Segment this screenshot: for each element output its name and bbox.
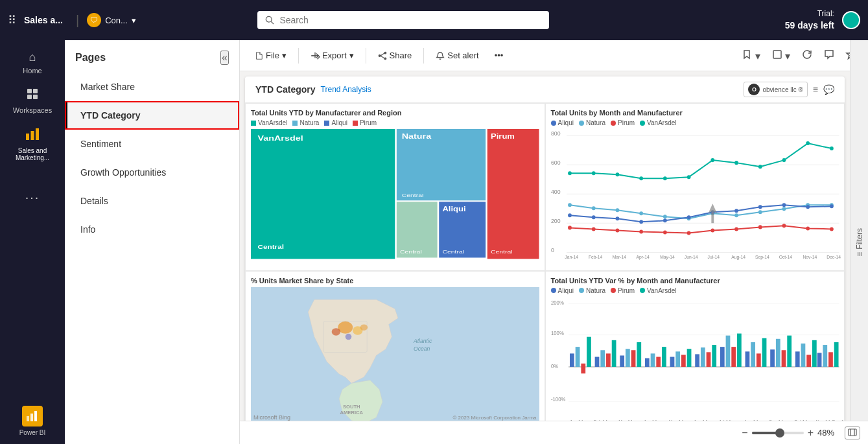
report-body: Total Units YTD by Manufacturer and Regi… <box>245 103 845 438</box>
brand-logo: O <box>748 84 760 95</box>
zoom-plus-button[interactable]: + <box>808 427 814 439</box>
svg-point-14 <box>384 58 386 60</box>
page-item-details[interactable]: Details <box>65 187 239 215</box>
svg-point-13 <box>384 52 386 54</box>
svg-rect-134 <box>631 350 635 367</box>
sidebar-item-more[interactable]: ... <box>0 182 65 207</box>
report-filter-button[interactable]: ≡ <box>813 84 818 95</box>
collapse-pages-button[interactable]: « <box>220 51 229 65</box>
export-chevron-icon: ▾ <box>349 51 354 60</box>
svg-line-16 <box>380 53 384 56</box>
view-button[interactable]: ▾ <box>768 47 794 65</box>
svg-point-57 <box>591 206 595 210</box>
zoom-minus-button[interactable]: − <box>742 427 747 439</box>
page-item-growth-opportunities[interactable]: Growth Opportunities <box>65 158 239 187</box>
bar-chart-title: Total Units YTD Var % by Month and Manuf… <box>551 277 839 285</box>
comment-button[interactable] <box>820 47 838 65</box>
zoom-slider[interactable] <box>752 432 804 434</box>
page-item-info[interactable]: Info <box>65 215 239 244</box>
svg-rect-163 <box>812 340 816 366</box>
svg-point-53 <box>782 158 786 162</box>
line-chart-viz[interactable]: 800 600 400 200 0 <box>551 129 839 259</box>
powerbi-label: Power BI <box>19 429 46 436</box>
svg-point-45 <box>591 171 595 175</box>
topbar-divider: | <box>76 13 79 28</box>
svg-text:Central: Central <box>257 244 284 250</box>
zoom-slider-thumb[interactable] <box>775 428 784 438</box>
page-item-sentiment[interactable]: Sentiment <box>65 130 239 158</box>
svg-point-75 <box>734 209 738 213</box>
svg-text:Nov-14: Nov-14 <box>803 255 817 259</box>
svg-text:Ocean: Ocean <box>414 345 430 351</box>
report-chat-button[interactable]: 💬 <box>823 84 834 95</box>
fit-page-button[interactable] <box>845 426 860 439</box>
refresh-button[interactable] <box>798 47 816 65</box>
chevron-down-icon: ▾ <box>132 16 136 25</box>
svg-rect-138 <box>656 356 661 366</box>
svg-rect-136 <box>644 358 649 366</box>
share-button[interactable]: Share <box>371 47 419 64</box>
svg-point-49 <box>686 175 690 179</box>
svg-rect-126 <box>581 363 585 373</box>
svg-rect-137 <box>650 353 655 367</box>
svg-point-44 <box>568 171 572 175</box>
legend-pirum: Pirum <box>353 119 377 126</box>
user-avatar[interactable] <box>842 11 860 29</box>
svg-text:-100%: -100% <box>551 397 565 403</box>
fit-page-icon <box>848 428 857 436</box>
context-switcher[interactable]: 🛡 Con... ▾ <box>87 13 136 27</box>
filters-label[interactable]: ≡ Filters <box>855 228 864 257</box>
sidebar-item-label: Home <box>23 67 41 75</box>
svg-rect-151 <box>736 333 741 366</box>
export-button[interactable]: Export ▾ <box>304 47 360 64</box>
trial-badge: Trial: 59 days left <box>785 9 834 31</box>
topbar: ⠿ Sales a... | 🛡 Con... ▾ Trial: 59 days… <box>0 0 868 40</box>
filters-panel[interactable]: ≡ Filters <box>850 40 868 444</box>
search-input[interactable] <box>279 15 541 25</box>
svg-text:0: 0 <box>551 247 554 253</box>
svg-text:Central: Central <box>491 250 513 255</box>
line-chart-legend: Aliqui Natura Pirum VanArsdel <box>551 119 839 126</box>
svg-point-47 <box>639 176 643 180</box>
lc-legend-aliqui: Aliqui <box>551 119 574 126</box>
svg-point-59 <box>639 211 643 215</box>
set-alert-button[interactable]: Set alert <box>429 47 485 64</box>
page-item-ytd-category[interactable]: YTD Category <box>65 101 239 130</box>
refresh-icon <box>802 49 812 60</box>
toolbar-divider-2 <box>366 48 366 64</box>
svg-rect-146 <box>706 352 710 367</box>
svg-rect-133 <box>625 349 629 367</box>
report-canvas: YTD Category Trend Analysis O obvience l… <box>245 76 845 439</box>
toolbar-divider-1 <box>298 48 299 64</box>
svg-point-80 <box>568 226 572 229</box>
svg-text:Pirum: Pirum <box>491 133 515 140</box>
powerbi-branding: Power BI <box>0 398 65 444</box>
svg-text:AMERICA: AMERICA <box>340 410 363 415</box>
bookmark-button[interactable]: ▾ <box>738 47 764 65</box>
file-button[interactable]: File ▾ <box>248 47 293 64</box>
svg-point-52 <box>758 165 762 169</box>
page-item-market-share[interactable]: Market Share <box>65 73 239 101</box>
svg-text:Dec-14: Dec-14 <box>827 255 841 259</box>
sidebar-item-sales[interactable]: Sales andMarketing... <box>0 122 65 167</box>
map-panel: % Units Market Share by State <box>245 271 545 439</box>
line-chart-title: Total Units by Month and Manufacturer <box>551 109 839 117</box>
sidebar-item-home[interactable]: ⌂ Home <box>0 45 65 80</box>
svg-text:Central: Central <box>402 193 424 198</box>
map-viz[interactable]: Atlantic Ocean SOUTH AMERICA Microsoft B… <box>251 287 539 424</box>
svg-text:Feb-14: Feb-14 <box>588 255 602 259</box>
map-credit: Microsoft Bing <box>253 414 290 421</box>
svg-point-110 <box>346 333 352 340</box>
treemap-viz[interactable]: Central VanArsdel Natura Central Aliqui … <box>251 129 539 259</box>
report-header-right: O obvience llc ® ≡ 💬 <box>744 82 834 97</box>
more-options-button[interactable]: ••• <box>488 47 510 64</box>
bar-chart-viz[interactable]: 200% 100% 0% -100% <box>551 297 839 427</box>
bar-chart-panel: Total Units YTD Var % by Month and Manuf… <box>545 271 845 439</box>
view-icon <box>772 49 782 60</box>
svg-text:May-14: May-14 <box>660 255 675 260</box>
sidebar-item-workspaces[interactable]: Workspaces <box>0 82 65 119</box>
svg-point-79 <box>830 204 834 208</box>
search-container[interactable] <box>257 11 549 29</box>
app-grid-icon[interactable]: ⠿ <box>8 13 16 27</box>
more-dots-icon: ••• <box>495 51 504 60</box>
